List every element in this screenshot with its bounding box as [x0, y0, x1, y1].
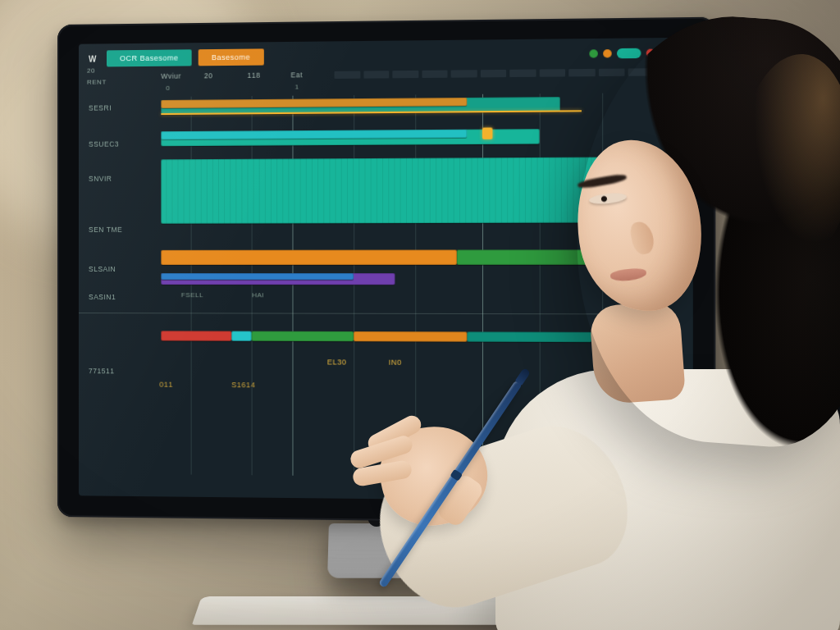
row-labels: SESRI SSUEC3 SNVIR SEN TME SLSAIN SASIN1… — [79, 97, 161, 474]
bar-r6-blue[interactable] — [161, 273, 354, 280]
ruler-col-1: Wviur — [161, 71, 203, 80]
row-label-1: SESRI — [89, 103, 161, 112]
tab-primary[interactable]: OCR Basesome — [107, 49, 192, 66]
bar-r7-red[interactable] — [161, 331, 231, 340]
ruler-col-3: 118 — [248, 71, 291, 80]
row6-tick-a: FSELL — [181, 291, 203, 299]
subnum-a: 0 — [166, 84, 170, 92]
subnum-b: 1 — [294, 83, 299, 90]
bar-r7-green[interactable] — [252, 331, 354, 342]
left-stub: 20 RENT — [87, 65, 107, 88]
row-label-5: SLSAIN — [89, 265, 161, 273]
row-label-7: 771511 — [89, 367, 161, 375]
marker-r2[interactable] — [482, 127, 492, 139]
bottom-stub-1: 011 — [159, 381, 173, 389]
row-label-6: SASIN1 — [89, 293, 161, 301]
tab-secondary[interactable]: Basesome — [199, 48, 264, 66]
bottom-scale-b: IN0 — [389, 358, 402, 367]
left-stub-a: 20 — [87, 65, 107, 76]
bar-r7-cyan[interactable] — [231, 331, 252, 341]
row6-tick-b: HAI — [252, 291, 264, 299]
row-label-3: SNVIR — [89, 174, 161, 182]
left-stub-b: RENT — [87, 76, 107, 88]
bar-r5-orange[interactable] — [161, 250, 456, 265]
bar-r7-orange[interactable] — [354, 331, 467, 342]
brand: W — [89, 54, 97, 63]
bottom-stub-2: S1614 — [231, 381, 255, 389]
row-label-4: SEN TME — [89, 226, 161, 234]
ruler-col-2: 20 — [204, 71, 248, 80]
row-label-2: SSUEC3 — [89, 139, 161, 148]
ruler-col-4: Eat — [290, 71, 334, 80]
bottom-scale-a: EL30 — [327, 358, 347, 366]
person — [528, 16, 840, 623]
